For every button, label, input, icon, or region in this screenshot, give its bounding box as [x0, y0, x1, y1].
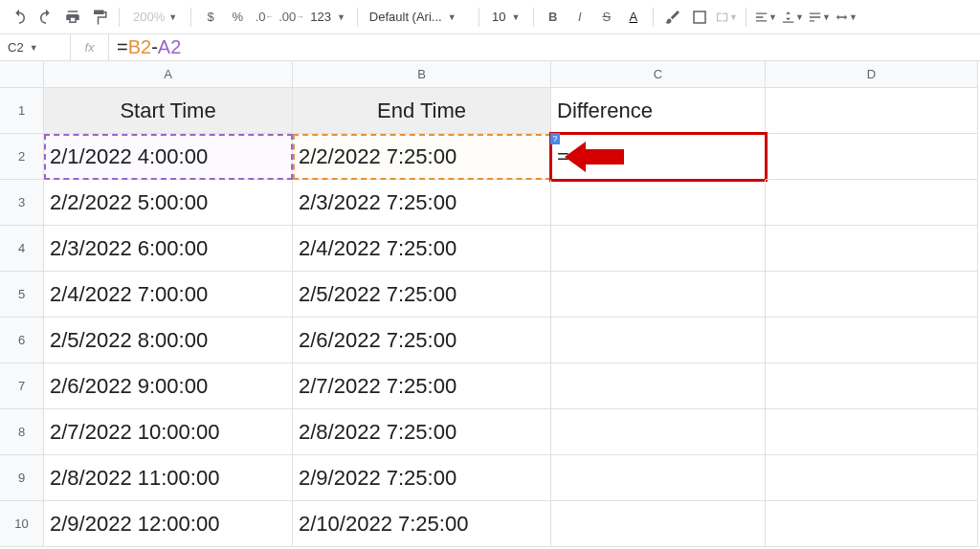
- chevron-down-icon: ▼: [337, 12, 345, 22]
- zoom-dropdown[interactable]: 200%▼: [127, 10, 183, 24]
- currency-button[interactable]: $: [199, 6, 222, 29]
- chevron-down-icon: ▼: [849, 12, 858, 22]
- cell-a2[interactable]: 2/1/2022 4:00:00: [44, 134, 293, 180]
- cell-b6[interactable]: 2/6/2022 7:25:00: [293, 318, 551, 363]
- vertical-align-button[interactable]: ▼: [781, 6, 804, 29]
- row-header[interactable]: 3: [0, 180, 44, 226]
- cell-b8[interactable]: 2/8/2022 7:25:00: [293, 409, 551, 455]
- text-color-button[interactable]: A: [622, 6, 645, 29]
- chevron-down-icon: ▼: [512, 12, 521, 22]
- cell-c2[interactable]: ? =: [551, 134, 766, 180]
- row-header[interactable]: 2: [0, 134, 44, 180]
- cell-d1[interactable]: [766, 88, 978, 134]
- print-button[interactable]: [61, 6, 84, 29]
- row-header[interactable]: 8: [0, 409, 44, 455]
- cell-c7[interactable]: [551, 363, 766, 409]
- column-header-c[interactable]: C: [551, 61, 766, 88]
- text-wrap-button[interactable]: ▼: [808, 6, 831, 29]
- cell-c3[interactable]: [551, 180, 766, 226]
- row-5: 5 2/4/2022 7:00:00 2/5/2022 7:25:00: [0, 272, 980, 318]
- chevron-down-icon: ▼: [795, 12, 804, 22]
- row-7: 7 2/6/2022 9:00:00 2/7/2022 7:25:00: [0, 363, 980, 409]
- cell-d8[interactable]: [766, 409, 978, 455]
- increase-decimal-button[interactable]: .00→: [279, 6, 302, 29]
- cell-b9[interactable]: 2/9/2022 7:25:00: [293, 455, 551, 501]
- cell-d7[interactable]: [766, 363, 978, 409]
- formula-bar: C2▼ fx =B2-A2: [0, 34, 980, 61]
- decrease-decimal-button[interactable]: .0←: [253, 6, 276, 29]
- cell-a7[interactable]: 2/6/2022 9:00:00: [44, 363, 293, 409]
- chevron-down-icon: ▼: [448, 12, 457, 22]
- font-size-dropdown[interactable]: 10▼: [487, 10, 525, 24]
- cell-a5[interactable]: 2/4/2022 7:00:00: [44, 272, 293, 318]
- undo-button[interactable]: [8, 6, 31, 29]
- cell-b4[interactable]: 2/4/2022 7:25:00: [293, 226, 551, 272]
- row-header[interactable]: 9: [0, 455, 44, 501]
- cell-b7[interactable]: 2/7/2022 7:25:00: [293, 363, 551, 409]
- select-all-corner[interactable]: [0, 61, 44, 88]
- cell-b2[interactable]: 2/2/2022 7:25:00: [293, 134, 551, 180]
- cell-a3[interactable]: 2/2/2022 5:00:00: [44, 180, 293, 226]
- paint-format-button[interactable]: [88, 6, 111, 29]
- fill-color-button[interactable]: [661, 6, 684, 29]
- column-header-b[interactable]: B: [293, 61, 551, 88]
- number-format-dropdown[interactable]: 123▼: [306, 10, 349, 24]
- cell-a9[interactable]: 2/8/2022 11:00:00: [44, 455, 293, 501]
- formula-input[interactable]: =B2-A2: [109, 36, 181, 58]
- row-4: 4 2/3/2022 6:00:00 2/4/2022 7:25:00: [0, 226, 980, 272]
- cell-d4[interactable]: [766, 226, 978, 272]
- row-header[interactable]: 1: [0, 88, 44, 134]
- cell-d3[interactable]: [766, 180, 978, 226]
- cell-c9[interactable]: [551, 455, 766, 501]
- row-header[interactable]: 7: [0, 363, 44, 409]
- cell-d6[interactable]: [766, 318, 978, 363]
- cell-b1[interactable]: End Time: [293, 88, 551, 134]
- cell-a1[interactable]: Start Time: [44, 88, 293, 134]
- cell-c4[interactable]: [551, 226, 766, 272]
- text-rotation-button[interactable]: ▼: [835, 6, 858, 29]
- cell-b5[interactable]: 2/5/2022 7:25:00: [293, 272, 551, 318]
- column-header-a[interactable]: A: [44, 61, 293, 88]
- formula-minus: -: [151, 36, 158, 57]
- cell-c10[interactable]: [551, 501, 766, 547]
- strikethrough-button[interactable]: S: [595, 6, 618, 29]
- cell-c8[interactable]: [551, 409, 766, 455]
- formula-ref-a2: A2: [158, 36, 181, 57]
- cell-d9[interactable]: [766, 455, 978, 501]
- cell-c6[interactable]: [551, 318, 766, 363]
- merge-cells-button[interactable]: ▼: [715, 6, 738, 29]
- toolbar-separator: [357, 8, 358, 27]
- cell-a4[interactable]: 2/3/2022 6:00:00: [44, 226, 293, 272]
- toolbar-separator: [119, 8, 120, 27]
- toolbar: 200%▼ $ % .0← .00→ 123▼ Default (Ari...▼…: [0, 0, 980, 34]
- row-header[interactable]: 4: [0, 226, 44, 272]
- column-header-d[interactable]: D: [766, 61, 978, 88]
- cell-c1[interactable]: Difference: [551, 88, 766, 134]
- cell-b3[interactable]: 2/3/2022 7:25:00: [293, 180, 551, 226]
- chevron-down-icon: ▼: [30, 43, 38, 53]
- row-6: 6 2/5/2022 8:00:00 2/6/2022 7:25:00: [0, 318, 980, 363]
- row-header[interactable]: 10: [0, 501, 44, 547]
- column-headers: A B C D: [0, 61, 980, 88]
- cell-d10[interactable]: [766, 501, 978, 547]
- horizontal-align-button[interactable]: ▼: [754, 6, 777, 29]
- chevron-down-icon: ▼: [729, 12, 738, 22]
- cell-a6[interactable]: 2/5/2022 8:00:00: [44, 318, 293, 363]
- row-header[interactable]: 6: [0, 318, 44, 363]
- cell-d2[interactable]: [766, 134, 978, 180]
- redo-button[interactable]: [34, 6, 57, 29]
- name-box[interactable]: C2▼: [0, 34, 71, 60]
- cell-a8[interactable]: 2/7/2022 10:00:00: [44, 409, 293, 455]
- row-10: 10 2/9/2022 12:00:00 2/10/2022 7:25:00: [0, 501, 980, 547]
- cell-d5[interactable]: [766, 272, 978, 318]
- font-family-dropdown[interactable]: Default (Ari...▼: [366, 10, 471, 24]
- percent-button[interactable]: %: [226, 6, 249, 29]
- borders-button[interactable]: [688, 6, 711, 29]
- cell-a10[interactable]: 2/9/2022 12:00:00: [44, 501, 293, 547]
- italic-button[interactable]: I: [568, 6, 591, 29]
- cell-b10[interactable]: 2/10/2022 7:25:00: [293, 501, 551, 547]
- cell-c5[interactable]: [551, 272, 766, 318]
- row-header[interactable]: 5: [0, 272, 44, 318]
- bold-button[interactable]: B: [542, 6, 565, 29]
- formula-help-badge[interactable]: ?: [550, 133, 560, 144]
